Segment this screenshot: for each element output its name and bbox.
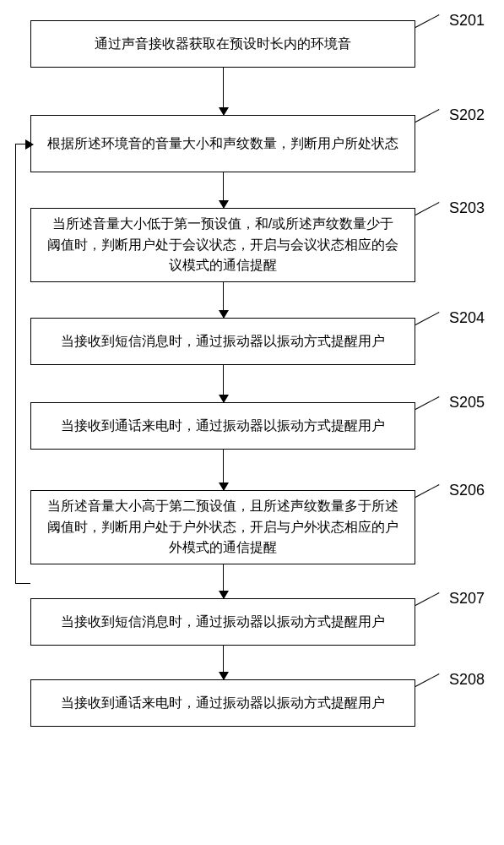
node-box-s206: 当所述音量大小高于第二预设值，且所述声纹数量多于所述阈值时，判断用户处于户外状态… xyxy=(30,490,415,564)
node-text: 当接收到通话来电时，通过振动器以振动方式提醒用户 xyxy=(61,416,385,437)
label-connector xyxy=(415,109,440,123)
node-text: 当接收到短信消息时，通过振动器以振动方式提醒用户 xyxy=(61,612,385,633)
node-text: 当接收到短信消息时，通过振动器以振动方式提醒用户 xyxy=(61,331,385,352)
node-text: 通过声音接收器获取在预设时长内的环境音 xyxy=(95,34,351,55)
arrow-down xyxy=(30,564,415,598)
node-label: S207 xyxy=(449,590,485,608)
flow-node: 通过声音接收器获取在预设时长内的环境音 S201 xyxy=(30,20,473,68)
flow-node: 当所述音量大小低于第一预设值，和/或所述声纹数量少于阈值时，判断用户处于会议状态… xyxy=(30,208,473,282)
arrow-down xyxy=(30,450,415,490)
label-connector xyxy=(415,396,440,410)
node-label: S203 xyxy=(449,199,485,217)
flow-node: 当所述音量大小高于第二预设值，且所述声纹数量多于所述阈值时，判断用户处于户外状态… xyxy=(30,490,473,564)
flow-node: 当接收到通话来电时，通过振动器以振动方式提醒用户 S205 xyxy=(30,402,473,450)
label-connector xyxy=(415,484,440,498)
label-connector xyxy=(415,592,440,606)
arrow-down xyxy=(30,365,415,402)
node-box-s208: 当接收到通话来电时，通过振动器以振动方式提醒用户 xyxy=(30,679,415,727)
arrow-down xyxy=(30,172,415,208)
node-box-s205: 当接收到通话来电时，通过振动器以振动方式提醒用户 xyxy=(30,402,415,450)
flow-node: 当接收到短信消息时，通过振动器以振动方式提醒用户 S207 xyxy=(30,598,473,646)
node-label: S206 xyxy=(449,482,485,499)
flow-node: 当接收到短信消息时，通过振动器以振动方式提醒用户 S204 xyxy=(30,318,473,365)
node-box-s201: 通过声音接收器获取在预设时长内的环境音 xyxy=(30,20,415,68)
node-label: S202 xyxy=(449,106,485,124)
node-box-s204: 当接收到短信消息时，通过振动器以振动方式提醒用户 xyxy=(30,318,415,365)
node-box-s203: 当所述音量大小低于第一预设值，和/或所述声纹数量少于阈值时，判断用户处于会议状态… xyxy=(30,208,415,282)
label-connector xyxy=(415,14,440,28)
node-label: S201 xyxy=(449,12,485,30)
arrow-down xyxy=(30,646,415,679)
node-label: S204 xyxy=(449,309,485,327)
label-connector xyxy=(415,673,440,687)
node-label: S208 xyxy=(449,671,485,689)
flow-node: 根据所述环境音的音量大小和声纹数量，判断用户所处状态 S202 xyxy=(30,115,473,172)
loop-connector-bottom xyxy=(15,583,30,584)
label-connector xyxy=(415,202,440,215)
label-connector xyxy=(415,312,440,325)
loop-arrow-head xyxy=(25,139,34,150)
node-text: 根据所述环境音的音量大小和声纹数量，判断用户所处状态 xyxy=(47,134,398,155)
node-box-s207: 当接收到短信消息时，通过振动器以振动方式提醒用户 xyxy=(30,598,415,646)
flowchart-container: 通过声音接收器获取在预设时长内的环境音 S201 根据所述环境音的音量大小和声纹… xyxy=(30,20,473,727)
arrow-down xyxy=(30,282,415,318)
node-label: S205 xyxy=(449,394,485,412)
node-box-s202: 根据所述环境音的音量大小和声纹数量，判断用户所处状态 xyxy=(30,115,415,172)
node-text: 当接收到通话来电时，通过振动器以振动方式提醒用户 xyxy=(61,693,385,714)
node-text: 当所述音量大小低于第一预设值，和/或所述声纹数量少于阈值时，判断用户处于会议状态… xyxy=(46,214,399,276)
flow-node: 当接收到通话来电时，通过振动器以振动方式提醒用户 S208 xyxy=(30,679,473,727)
arrow-down xyxy=(30,68,415,115)
loop-connector-vertical xyxy=(15,144,16,583)
node-text: 当所述音量大小高于第二预设值，且所述声纹数量多于所述阈值时，判断用户处于户外状态… xyxy=(46,496,399,559)
